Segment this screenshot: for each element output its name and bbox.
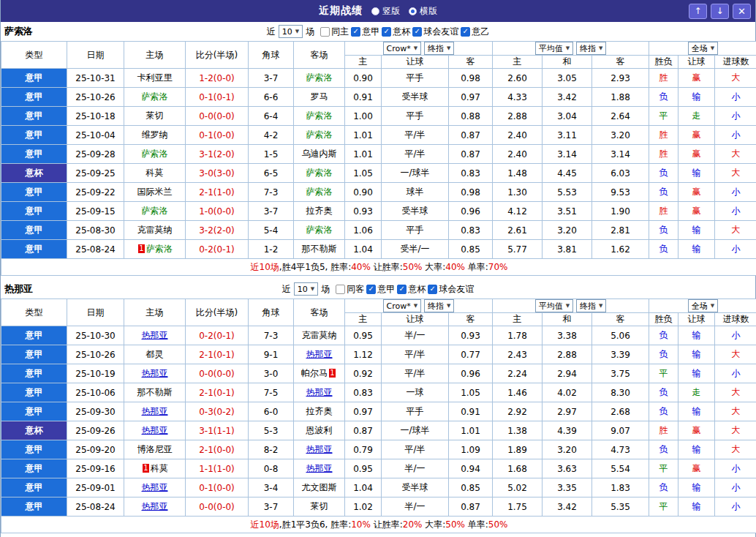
team-link[interactable]: 热那亚 — [142, 425, 168, 435]
team-link[interactable]: 克雷莫纳 — [302, 330, 337, 340]
avg-dropdown[interactable]: 平均值▼ — [535, 42, 573, 55]
filter-checkbox[interactable]: ✓意乙 — [461, 26, 489, 38]
team-link[interactable]: 卡利亚里 — [137, 72, 173, 83]
team-link[interactable]: 帕尔马 — [301, 368, 328, 378]
team-link[interactable]: 热那亚 — [306, 349, 333, 359]
away-team-cell[interactable]: 萨索洛 — [294, 69, 345, 88]
team-link[interactable]: 萨索洛 — [306, 129, 333, 140]
close-button[interactable]: ✕ — [733, 4, 751, 19]
avg-dropdown[interactable]: 平均值▼ — [535, 299, 573, 312]
team-link[interactable]: 热那亚 — [142, 330, 168, 340]
team-link[interactable]: 科莫 — [151, 463, 168, 473]
filter-checkbox[interactable]: 同主 — [320, 26, 349, 38]
away-team-cell[interactable]: 莱切 — [294, 497, 345, 517]
team-link[interactable]: 博洛尼亚 — [137, 444, 173, 454]
away-team-cell[interactable]: 萨索洛 — [294, 221, 345, 240]
team-link[interactable]: 热那亚 — [142, 406, 168, 416]
away-team-cell[interactable]: 萨索洛 — [294, 126, 345, 145]
home-team-cell[interactable]: 热那亚 — [124, 402, 186, 421]
team-link[interactable]: 罗马 — [311, 91, 328, 102]
checked-checkbox-icon[interactable]: ✓ — [351, 27, 360, 37]
away-team-cell[interactable]: 热那亚 — [294, 345, 345, 364]
away-team-cell[interactable]: 热那亚 — [294, 440, 345, 459]
team-link[interactable]: 莱切 — [311, 501, 328, 511]
odds-source-dropdown[interactable]: Crow*▼ — [383, 42, 422, 55]
team-link[interactable]: 萨索洛 — [306, 110, 333, 121]
checked-checkbox-icon[interactable]: ✓ — [461, 27, 470, 37]
filter-checkbox[interactable]: ✓意杯 — [397, 283, 426, 296]
team-link[interactable]: 萨索洛 — [306, 187, 333, 197]
unchecked-checkbox-icon[interactable] — [320, 27, 330, 37]
team-link[interactable]: 萨索洛 — [306, 72, 333, 83]
filter-checkbox[interactable]: ✓球会友谊 — [412, 26, 458, 38]
away-team-cell[interactable]: 克雷莫纳 — [294, 326, 345, 345]
filter-checkbox[interactable]: ✓球会友谊 — [428, 283, 474, 296]
filter-checkbox[interactable]: ✓意甲 — [366, 283, 395, 296]
unchecked-checkbox-icon[interactable] — [336, 285, 345, 294]
away-team-cell[interactable]: 罗马 — [294, 88, 345, 107]
home-team-cell[interactable]: 1科莫 — [124, 459, 186, 478]
home-team-cell[interactable]: 克雷莫纳 — [124, 221, 186, 240]
team-link[interactable]: 拉齐奥 — [306, 406, 333, 416]
filter-checkbox[interactable]: ✓意杯 — [382, 26, 410, 38]
team-link[interactable]: 国际米兰 — [137, 187, 173, 197]
away-team-cell[interactable]: 恩波利 — [294, 421, 345, 440]
team-link[interactable]: 尤文图斯 — [302, 482, 337, 492]
team-link[interactable]: 乌迪内斯 — [302, 149, 337, 159]
radio-horizontal-layout[interactable]: 横版 — [409, 5, 437, 18]
team-link[interactable]: 热那亚 — [306, 387, 333, 397]
team-link[interactable]: 萨索洛 — [146, 244, 173, 254]
avg-final-dropdown[interactable]: 终指▼ — [576, 299, 606, 312]
filter-checkbox[interactable]: 同客 — [336, 283, 364, 296]
radio-icon[interactable] — [409, 7, 417, 15]
team-link[interactable]: 萨索洛 — [306, 168, 333, 178]
team-link[interactable]: 恩波利 — [306, 425, 333, 435]
scope-dropdown[interactable]: 全场▼ — [688, 42, 718, 55]
home-team-cell[interactable]: 热那亚 — [124, 478, 186, 497]
home-team-cell[interactable]: 那不勒斯 — [124, 383, 186, 402]
away-team-cell[interactable]: 拉齐奥 — [294, 402, 345, 421]
team-link[interactable]: 热那亚 — [142, 501, 168, 511]
home-team-cell[interactable]: 科莫 — [124, 164, 186, 183]
checked-checkbox-icon[interactable]: ✓ — [366, 285, 376, 294]
home-team-cell[interactable]: 国际米兰 — [124, 183, 186, 202]
home-team-cell[interactable]: 维罗纳 — [124, 126, 186, 145]
team-link[interactable]: 热那亚 — [142, 368, 168, 378]
home-team-cell[interactable]: 萨索洛 — [124, 145, 186, 164]
filter-checkbox[interactable]: ✓意甲 — [351, 26, 379, 38]
away-team-cell[interactable]: 帕尔马1 — [294, 364, 345, 383]
away-team-cell[interactable]: 乌迪内斯 — [294, 145, 345, 164]
away-team-cell[interactable]: 拉齐奥 — [294, 202, 345, 221]
home-team-cell[interactable]: 莱切 — [124, 107, 186, 126]
team-link[interactable]: 维罗纳 — [142, 129, 168, 140]
checked-checkbox-icon[interactable]: ✓ — [412, 27, 422, 37]
team-link[interactable]: 都灵 — [146, 349, 164, 359]
away-team-cell[interactable]: 萨索洛 — [294, 164, 345, 183]
team-link[interactable]: 萨索洛 — [142, 91, 168, 102]
odds-final-dropdown[interactable]: 终指▼ — [424, 299, 454, 312]
avg-final-dropdown[interactable]: 终指▼ — [576, 42, 606, 55]
home-team-cell[interactable]: 卡利亚里 — [124, 69, 186, 88]
away-team-cell[interactable]: 萨索洛 — [294, 107, 345, 126]
away-team-cell[interactable]: 热那亚 — [294, 459, 345, 478]
away-team-cell[interactable]: 尤文图斯 — [294, 478, 345, 497]
scope-dropdown[interactable]: 全场▼ — [688, 299, 718, 312]
odds-source-dropdown[interactable]: Crow*▼ — [383, 299, 422, 312]
move-down-button[interactable]: ↓ — [711, 4, 729, 19]
radio-vertical-layout[interactable]: 竖版 — [371, 5, 400, 18]
checked-checkbox-icon[interactable]: ✓ — [382, 27, 391, 37]
checked-checkbox-icon[interactable]: ✓ — [397, 285, 407, 294]
home-team-cell[interactable]: 博洛尼亚 — [124, 440, 186, 459]
checked-checkbox-icon[interactable]: ✓ — [428, 285, 437, 294]
odds-final-dropdown[interactable]: 终指▼ — [424, 42, 454, 55]
home-team-cell[interactable]: 都灵 — [124, 345, 186, 364]
home-team-cell[interactable]: 萨索洛 — [124, 88, 186, 107]
team-link[interactable]: 热那亚 — [306, 463, 333, 473]
team-link[interactable]: 科莫 — [146, 168, 164, 178]
home-team-cell[interactable]: 1萨索洛 — [124, 240, 186, 259]
away-team-cell[interactable]: 热那亚 — [294, 383, 345, 402]
team-link[interactable]: 热那亚 — [306, 444, 333, 454]
move-up-button[interactable]: ↑ — [689, 4, 707, 19]
match-count-dropdown[interactable]: 10▼ — [294, 282, 318, 296]
team-link[interactable]: 那不勒斯 — [302, 244, 337, 254]
